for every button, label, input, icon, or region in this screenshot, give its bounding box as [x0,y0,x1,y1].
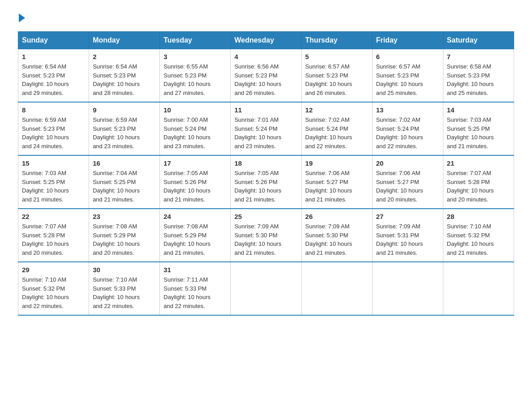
calendar-cell: 25 Sunrise: 7:09 AMSunset: 5:30 PMDaylig… [231,209,301,262]
day-number: 5 [305,53,369,60]
week-row-5: 29 Sunrise: 7:10 AMSunset: 5:32 PMDaylig… [18,262,514,315]
logo-arrow-icon [19,13,25,22]
day-number: 6 [376,53,439,60]
calendar-cell: 20 Sunrise: 7:06 AMSunset: 5:27 PMDaylig… [372,155,443,209]
day-info: Sunrise: 7:11 AMSunset: 5:33 PMDaylight:… [163,276,210,309]
day-number: 26 [305,213,369,220]
calendar-cell: 5 Sunrise: 6:57 AMSunset: 5:23 PMDayligh… [301,49,372,103]
day-number: 18 [234,159,297,167]
day-number: 15 [22,159,85,167]
calendar-cell: 10 Sunrise: 7:00 AMSunset: 5:24 PMDaylig… [160,102,231,155]
calendar-table: SundayMondayTuesdayWednesdayThursdayFrid… [18,31,514,316]
day-number: 12 [305,106,369,114]
day-number: 23 [93,213,156,220]
week-row-1: 1 Sunrise: 6:54 AMSunset: 5:23 PMDayligh… [18,49,514,103]
day-number: 22 [22,213,85,220]
calendar-cell [231,262,301,315]
day-info: Sunrise: 7:05 AMSunset: 5:26 PMDaylight:… [234,170,281,203]
day-info: Sunrise: 7:03 AMSunset: 5:25 PMDaylight:… [22,170,69,203]
calendar-cell: 30 Sunrise: 7:10 AMSunset: 5:33 PMDaylig… [89,262,160,315]
calendar-cell: 29 Sunrise: 7:10 AMSunset: 5:32 PMDaylig… [18,262,89,315]
calendar-cell: 26 Sunrise: 7:09 AMSunset: 5:30 PMDaylig… [301,209,372,262]
calendar-cell: 14 Sunrise: 7:03 AMSunset: 5:25 PMDaylig… [443,102,514,155]
day-number: 10 [163,106,227,114]
day-info: Sunrise: 7:03 AMSunset: 5:25 PMDaylight:… [447,116,494,150]
calendar-cell: 12 Sunrise: 7:02 AMSunset: 5:24 PMDaylig… [301,102,372,155]
header-saturday: Saturday [443,32,514,49]
calendar-cell [443,262,514,315]
day-info: Sunrise: 7:04 AMSunset: 5:25 PMDaylight:… [93,170,140,203]
calendar-cell: 31 Sunrise: 7:11 AMSunset: 5:33 PMDaylig… [160,262,231,315]
day-info: Sunrise: 7:08 AMSunset: 5:29 PMDaylight:… [163,223,210,256]
day-number: 25 [234,213,297,220]
logo [18,13,26,22]
day-info: Sunrise: 7:06 AMSunset: 5:27 PMDaylight:… [305,170,352,203]
calendar-cell: 8 Sunrise: 6:59 AMSunset: 5:23 PMDayligh… [18,102,89,155]
day-info: Sunrise: 7:10 AMSunset: 5:32 PMDaylight:… [447,223,494,256]
day-number: 30 [93,266,156,274]
day-info: Sunrise: 7:10 AMSunset: 5:33 PMDaylight:… [93,276,140,309]
week-row-2: 8 Sunrise: 6:59 AMSunset: 5:23 PMDayligh… [18,102,514,155]
day-number: 1 [22,53,85,60]
calendar-cell [372,262,443,315]
day-info: Sunrise: 6:58 AMSunset: 5:23 PMDaylight:… [447,63,494,96]
week-row-3: 15 Sunrise: 7:03 AMSunset: 5:25 PMDaylig… [18,155,514,209]
page-header [18,13,514,22]
header-tuesday: Tuesday [160,32,231,49]
day-info: Sunrise: 7:09 AMSunset: 5:30 PMDaylight:… [234,223,281,256]
calendar-cell: 18 Sunrise: 7:05 AMSunset: 5:26 PMDaylig… [231,155,301,209]
day-info: Sunrise: 7:10 AMSunset: 5:32 PMDaylight:… [22,276,69,309]
calendar-cell: 9 Sunrise: 6:59 AMSunset: 5:23 PMDayligh… [89,102,160,155]
calendar-cell: 17 Sunrise: 7:05 AMSunset: 5:26 PMDaylig… [160,155,231,209]
day-info: Sunrise: 7:01 AMSunset: 5:24 PMDaylight:… [234,116,281,150]
calendar-cell: 22 Sunrise: 7:07 AMSunset: 5:28 PMDaylig… [18,209,89,262]
day-info: Sunrise: 7:09 AMSunset: 5:30 PMDaylight:… [305,223,352,256]
day-info: Sunrise: 7:07 AMSunset: 5:28 PMDaylight:… [447,170,494,203]
calendar-cell: 23 Sunrise: 7:08 AMSunset: 5:29 PMDaylig… [89,209,160,262]
header-thursday: Thursday [301,32,372,49]
day-number: 2 [93,53,156,60]
day-number: 17 [163,159,227,167]
day-number: 29 [22,266,85,274]
day-number: 9 [93,106,156,114]
calendar-cell: 7 Sunrise: 6:58 AMSunset: 5:23 PMDayligh… [443,49,514,103]
day-number: 19 [305,159,369,167]
calendar-cell: 19 Sunrise: 7:06 AMSunset: 5:27 PMDaylig… [301,155,372,209]
day-info: Sunrise: 6:55 AMSunset: 5:23 PMDaylight:… [163,63,210,96]
calendar-cell: 15 Sunrise: 7:03 AMSunset: 5:25 PMDaylig… [18,155,89,209]
day-number: 31 [163,266,227,274]
calendar-cell [301,262,372,315]
calendar-cell: 28 Sunrise: 7:10 AMSunset: 5:32 PMDaylig… [443,209,514,262]
calendar-cell: 11 Sunrise: 7:01 AMSunset: 5:24 PMDaylig… [231,102,301,155]
day-info: Sunrise: 6:57 AMSunset: 5:23 PMDaylight:… [376,63,423,96]
calendar-cell: 2 Sunrise: 6:54 AMSunset: 5:23 PMDayligh… [89,49,160,103]
calendar-header-row: SundayMondayTuesdayWednesdayThursdayFrid… [18,32,514,49]
day-info: Sunrise: 7:08 AMSunset: 5:29 PMDaylight:… [93,223,140,256]
day-number: 14 [447,106,510,114]
calendar-cell: 21 Sunrise: 7:07 AMSunset: 5:28 PMDaylig… [443,155,514,209]
day-info: Sunrise: 6:54 AMSunset: 5:23 PMDaylight:… [22,63,69,96]
day-info: Sunrise: 7:02 AMSunset: 5:24 PMDaylight:… [376,116,423,150]
day-number: 16 [93,159,156,167]
day-number: 7 [447,53,510,60]
day-info: Sunrise: 7:02 AMSunset: 5:24 PMDaylight:… [305,116,352,150]
day-info: Sunrise: 7:09 AMSunset: 5:31 PMDaylight:… [376,223,423,256]
header-sunday: Sunday [18,32,89,49]
day-info: Sunrise: 6:56 AMSunset: 5:23 PMDaylight:… [234,63,281,96]
header-wednesday: Wednesday [231,32,301,49]
day-info: Sunrise: 7:00 AMSunset: 5:24 PMDaylight:… [163,116,210,150]
day-number: 21 [447,159,510,167]
header-friday: Friday [372,32,443,49]
day-info: Sunrise: 6:59 AMSunset: 5:23 PMDaylight:… [93,116,140,150]
header-monday: Monday [89,32,160,49]
calendar-cell: 16 Sunrise: 7:04 AMSunset: 5:25 PMDaylig… [89,155,160,209]
day-info: Sunrise: 7:07 AMSunset: 5:28 PMDaylight:… [22,223,69,256]
day-info: Sunrise: 6:59 AMSunset: 5:23 PMDaylight:… [22,116,69,150]
day-number: 11 [234,106,297,114]
day-number: 28 [447,213,510,220]
day-info: Sunrise: 7:06 AMSunset: 5:27 PMDaylight:… [376,170,423,203]
calendar-cell: 4 Sunrise: 6:56 AMSunset: 5:23 PMDayligh… [231,49,301,103]
calendar-cell: 1 Sunrise: 6:54 AMSunset: 5:23 PMDayligh… [18,49,89,103]
calendar-cell: 3 Sunrise: 6:55 AMSunset: 5:23 PMDayligh… [160,49,231,103]
day-info: Sunrise: 6:54 AMSunset: 5:23 PMDaylight:… [93,63,140,96]
